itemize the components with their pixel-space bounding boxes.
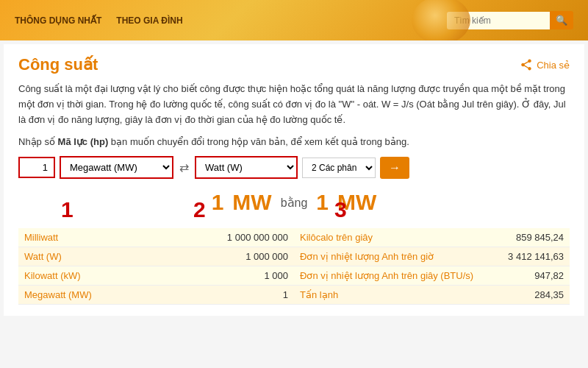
arrow-icon: →	[389, 161, 401, 174]
search-button[interactable]: 🔍	[550, 11, 573, 29]
table-row: Kilowatt (kW)1 000	[18, 266, 294, 286]
unit-name: Kilôcalo trên giây	[294, 228, 496, 247]
table-row: Kilôcalo trên giây859 845,24	[294, 228, 570, 247]
table-row: Đơn vị nhiệt lượng Anh trên giây (BTU/s)…	[294, 266, 570, 286]
share-label: Chia sẻ	[537, 60, 570, 71]
unit-value: 1 000 000 000	[162, 228, 294, 247]
value-input[interactable]: 1	[18, 157, 55, 178]
result-value-1: 1	[212, 190, 224, 215]
main-content: Công suất Chia sẻ Công suất là một đại l…	[4, 44, 584, 316]
unit-value: 3 412 141,63	[496, 247, 570, 266]
description-text: Công suất là một đại lượng vật lý cho bi…	[18, 82, 570, 127]
header: THÔNG DỤNG NHẤT THEO GIA ĐÌNH 🔍	[0, 0, 588, 40]
table-row: Đơn vị nhiệt lượng Anh trên giờ3 412 141…	[294, 247, 570, 266]
decimals-select[interactable]: 2 Các phân s	[302, 158, 376, 178]
nav: THÔNG DỤNG NHẤT THEO GIA ĐÌNH	[15, 15, 183, 26]
unit-value: 1	[162, 286, 294, 305]
unit-value: 859 845,24	[496, 228, 570, 247]
label-2: 2	[193, 197, 206, 222]
unit-name: Đơn vị nhiệt lượng Anh trên giây (BTU/s)	[294, 266, 496, 286]
result-value-2: 1	[316, 190, 329, 215]
unit-name: Watt (W)	[18, 247, 162, 266]
table-row: Tấn lạnh284,35	[294, 286, 570, 305]
from-unit-select[interactable]: Megawatt (MW)	[60, 156, 173, 179]
swap-button[interactable]: ⇄	[178, 159, 190, 176]
table-row: Megawatt (MW)1	[18, 286, 294, 305]
nav-item-thong-dung[interactable]: THÔNG DỤNG NHẤT	[15, 15, 101, 26]
result-unit-1: MW	[232, 190, 271, 215]
unit-name: Megawatt (MW)	[18, 286, 162, 305]
left-conversion-table: Milliwatt1 000 000 000Watt (W)1 000 000K…	[18, 228, 294, 305]
share-icon	[520, 58, 533, 71]
share-button[interactable]: Chia sẻ	[520, 58, 570, 71]
unit-value: 1 000 000	[162, 247, 294, 266]
label-1: 1	[61, 197, 74, 222]
title-row: Công suất Chia sẻ	[18, 55, 570, 74]
table-row: Milliwatt1 000 000 000	[18, 228, 294, 247]
tables-container: Milliwatt1 000 000 000Watt (W)1 000 000K…	[18, 228, 570, 305]
globe-decoration	[412, 0, 470, 40]
instruction-bold: Mã lực (hp)	[58, 136, 109, 147]
nav-item-theo-gia-dinh[interactable]: THEO GIA ĐÌNH	[116, 15, 182, 26]
convert-go-button[interactable]: →	[380, 157, 409, 179]
swap-icon: ⇄	[179, 161, 189, 174]
unit-value: 284,35	[496, 286, 570, 305]
unit-name: Milliwatt	[18, 228, 162, 247]
unit-value: 1 000	[162, 266, 294, 286]
result-equals: bằng	[281, 196, 308, 210]
page-title: Công suất	[18, 55, 98, 74]
result-display: 1 1 MW 2 bằng 3 1 MW	[18, 190, 570, 215]
unit-name: Đơn vị nhiệt lượng Anh trên giờ	[294, 247, 496, 266]
instruction-text: Nhập số Mã lực (hp) bạn muốn chuyển đổi …	[18, 136, 570, 147]
to-unit-select[interactable]: Watt (W)	[195, 156, 298, 179]
unit-value: 947,82	[496, 266, 570, 286]
search-icon: 🔍	[556, 15, 567, 26]
unit-name: Kilowatt (kW)	[18, 266, 162, 286]
label-3: 3	[334, 197, 347, 222]
right-conversion-table: Kilôcalo trên giây859 845,24Đơn vị nhiệt…	[294, 228, 570, 305]
converter-row: 1 Megawatt (MW) ⇄ Watt (W) 2 Các phân s …	[18, 156, 570, 179]
unit-name: Tấn lạnh	[294, 286, 496, 305]
table-row: Watt (W)1 000 000	[18, 247, 294, 266]
